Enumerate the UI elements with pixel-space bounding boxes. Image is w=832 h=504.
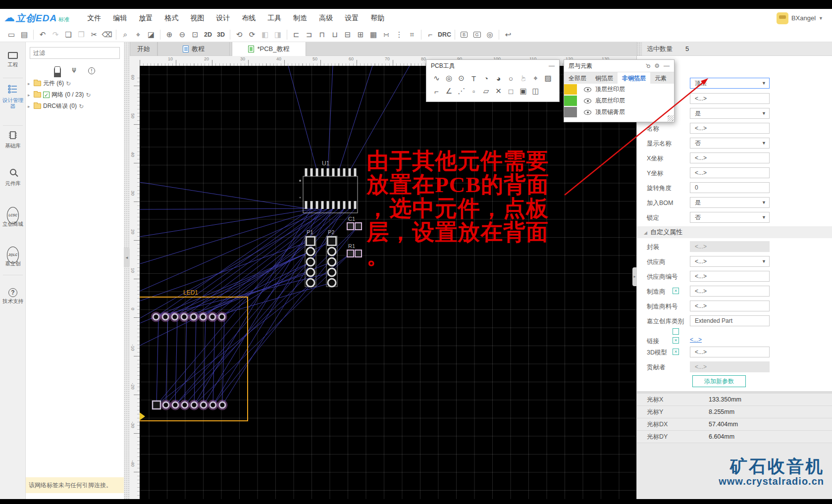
find-similar-button[interactable]: ⌖ (132, 29, 145, 41)
menu-item-布线[interactable]: 布线 (236, 11, 261, 26)
collapse-left-handle[interactable]: ◂ (124, 248, 130, 267)
edit-attr-icon[interactable]: ✕ (673, 337, 679, 344)
cut-button[interactable]: ✂ (88, 29, 101, 41)
menu-item-帮助[interactable]: 帮助 (364, 11, 390, 26)
expand-arrow-icon[interactable]: ▸ (28, 93, 32, 98)
component-u1[interactable]: U1 (299, 160, 358, 213)
app-logo[interactable]: ☁ 立创EDA 标准 (4, 11, 69, 25)
arrange-grid-button[interactable]: ⌗ (406, 29, 418, 41)
gerber-button[interactable]: G (470, 29, 483, 41)
menu-item-高级[interactable]: 高级 (313, 11, 339, 26)
pick-place-button[interactable]: ◎ (483, 29, 496, 41)
prop-select[interactable]: 顶层▼ (690, 78, 770, 89)
minimize-icon[interactable]: — (549, 62, 555, 69)
refresh-icon[interactable]: ↻ (86, 92, 91, 99)
drag-tool[interactable]: ☞ (517, 72, 529, 85)
prop-input[interactable]: 0 (690, 182, 770, 193)
view-2d-button[interactable]: 2D (202, 29, 214, 41)
edit-attr-icon[interactable]: ✕ (673, 349, 679, 355)
add-parameter-button[interactable]: 添加新参数 (692, 375, 746, 387)
panelize-tool[interactable]: ◫ (529, 85, 542, 98)
prop-input[interactable]: <...> (690, 241, 770, 252)
filter-input[interactable] (30, 47, 120, 59)
menu-item-制造[interactable]: 制造 (287, 11, 313, 26)
tree-row-6[interactable]: ▸元件 (6)↻ (28, 78, 122, 89)
menu-item-格式[interactable]: 格式 (158, 11, 184, 26)
refresh-icon[interactable]: ↻ (66, 80, 71, 87)
prop-input[interactable]: <...> (690, 347, 770, 357)
layers-titlebar[interactable]: 层与元素 ⚲ ⚙ — (564, 60, 674, 72)
panel-divider[interactable]: ◂ (124, 42, 130, 499)
drc-button[interactable]: DRC (437, 29, 452, 41)
search-button[interactable]: ⌕ (119, 29, 132, 41)
tab-[interactable]: 教程 (157, 42, 230, 56)
component-p1[interactable]: P1 (305, 229, 316, 287)
sidebar-item-立创商城[interactable]: LCSC立创商城 (0, 208, 26, 227)
menu-item-放置[interactable]: 放置 (133, 11, 158, 26)
menu-item-文件[interactable]: 文件 (81, 11, 107, 26)
cutout-tool[interactable]: ✕ (492, 85, 505, 98)
sidebar-item-工程[interactable]: 工程 (0, 49, 26, 67)
menu-item-工具[interactable]: 工具 (261, 11, 287, 26)
pcb-canvas[interactable]: U1P1P2C1R1LED1 由于其他元件需要 放置在PCB的背面 ，选中元件，… (140, 66, 636, 499)
edit-attr-icon[interactable] (673, 328, 679, 335)
layer-tab-全部层[interactable]: 全部层 (564, 72, 591, 84)
prop-select[interactable]: 是▼ (690, 197, 770, 208)
tab-[interactable]: 开始 (130, 42, 157, 56)
align-bottom-button[interactable]: ⊔ (328, 29, 341, 41)
route-button[interactable]: ⌐ (424, 29, 437, 41)
arc-3point-tool[interactable]: ◕ (492, 72, 505, 85)
open-button[interactable]: ▭ (5, 29, 18, 41)
sidebar-item-技术支持[interactable]: ?技术支持 (0, 285, 26, 304)
center-horizontal-button[interactable]: ⊟ (341, 29, 354, 41)
prop-link[interactable]: <...> (690, 336, 702, 343)
tree-row-DRC0[interactable]: ▸DRC错误 (0)↻ (28, 101, 122, 112)
prop-input[interactable]: <...> (690, 361, 770, 372)
pcb-tools-titlebar[interactable]: PCB工具 — (426, 60, 559, 72)
sidebar-item-嘉立创[interactable]: J@LC嘉立创 (0, 248, 26, 266)
zoom-out-button[interactable]: ⊖ (176, 29, 189, 41)
layer-row-顶层锡膏层[interactable]: 顶层锡膏层 (564, 106, 674, 118)
menu-item-设置[interactable]: 设置 (339, 11, 364, 26)
prop-select[interactable]: <...>▼ (690, 256, 770, 267)
measure-tool[interactable]: ⋰ (455, 85, 468, 98)
center-vertical-button[interactable]: ⊞ (354, 29, 367, 41)
save-button[interactable]: ▤ (18, 29, 31, 41)
expand-arrow-icon[interactable]: ▸ (28, 81, 32, 86)
resize-handle[interactable] (668, 115, 674, 121)
distribute-vertical-button[interactable]: ⋮ (393, 29, 406, 41)
distribute-horizontal-button[interactable]: ∺ (380, 29, 393, 41)
layer-row-顶层丝印层[interactable]: 顶层丝印层 (564, 84, 674, 95)
paste-button[interactable]: ❐ (75, 29, 88, 41)
bom-button[interactable]: B (458, 29, 470, 41)
redo-button[interactable]: ↷ (49, 29, 62, 41)
layer-tab-元素[interactable]: 元素 (650, 72, 671, 84)
net-icon[interactable]: ⋔ (71, 66, 77, 74)
rect-tool[interactable]: □ (505, 85, 517, 98)
rotate-left-button[interactable]: ⟲ (233, 29, 246, 41)
text-tool[interactable]: T (468, 72, 480, 85)
prop-input[interactable]: <...> (690, 93, 770, 104)
pin-icon[interactable]: ⚲ (644, 62, 652, 70)
flip-horizontal-button[interactable]: ◧ (259, 29, 271, 41)
brush-button[interactable]: ◪ (145, 29, 157, 41)
group-tool[interactable]: ▣ (517, 85, 529, 98)
eye-icon[interactable] (584, 99, 591, 103)
align-right-button[interactable]: ⊐ (303, 29, 315, 41)
prop-select[interactable]: 否▼ (690, 138, 770, 149)
undo-button[interactable]: ↶ (36, 29, 49, 41)
prop-input[interactable]: <...> (690, 167, 770, 178)
rotate-right-button[interactable]: ⟳ (246, 29, 259, 41)
user-menu[interactable]: BXangel ▼ (777, 12, 823, 24)
tree-row-023[interactable]: ▸✓网络 (0 / 23)↻ (28, 89, 122, 101)
checkbox-checked-icon[interactable]: ✓ (43, 92, 50, 98)
arc-tool[interactable]: ◔ (480, 72, 492, 85)
angle-dimension-tool[interactable]: ∠ (443, 85, 455, 98)
component-r1[interactable]: R1 (347, 243, 362, 257)
solid-region-tool[interactable]: ▫ (468, 85, 480, 98)
layer-tab-铜箔层[interactable]: 铜箔层 (591, 72, 618, 84)
minimize-icon[interactable]: — (664, 62, 670, 69)
component-p2[interactable]: P2 (326, 229, 337, 287)
pad-tool[interactable]: ⊙ (455, 72, 468, 85)
component-c1[interactable]: C1 (347, 216, 362, 230)
